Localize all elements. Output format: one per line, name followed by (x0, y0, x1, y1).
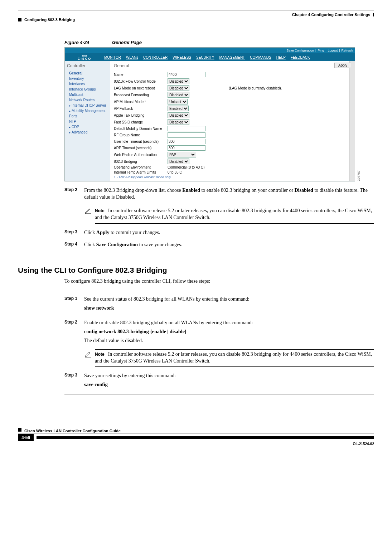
arp-timeout-input[interactable] (168, 145, 205, 151)
panel-title: General (114, 63, 351, 68)
footer-book-title: Cisco Wireless LAN Controller Configurat… (24, 427, 121, 433)
sidebar-item-multicast[interactable]: Multicast (67, 92, 108, 97)
cli-step-2-body: Enable or disable 802.3 bridging globall… (84, 320, 374, 344)
sidebar-item-network-routes[interactable]: Network Routes (67, 97, 108, 103)
label-operating-env: Operating Environment (114, 165, 168, 169)
refresh-link[interactable]: Refresh (341, 49, 353, 52)
footnote: 1. H-REAP supports 'unicast' mode only. (114, 175, 351, 179)
operating-env-value: Commercial (0 to 40 C) (168, 165, 204, 169)
chapter-title: Chapter 4 Configuring Controller Setting… (292, 13, 370, 17)
sidebar-item-cdp[interactable]: CDP (67, 124, 108, 130)
label-name: Name (114, 73, 168, 77)
sidebar-item-mobility-management[interactable]: Mobility Management (67, 108, 108, 113)
cli-intro: To configure 802.3 bridging using the co… (64, 278, 374, 285)
svg-marker-0 (85, 209, 90, 213)
menu-management[interactable]: MANAGEMENT (219, 55, 245, 59)
sidebar: Controller General Inventory Interfaces … (65, 61, 110, 181)
logout-link[interactable]: Logout (328, 49, 338, 52)
label-web-radius: Web Radius Authentication (114, 153, 168, 157)
step-3-label: Step 3 (64, 229, 84, 236)
web-radius-select[interactable]: PAP (168, 152, 196, 157)
cmd-show-network: show network (84, 305, 374, 312)
label-ap-fallback: AP Fallback (114, 107, 168, 111)
cisco-logo: ı|ıı|ıı CISCO (65, 54, 104, 60)
menu-feedback[interactable]: FEEDBACK (291, 55, 310, 59)
label-ap-multicast: AP Multicast Mode ¹ (114, 100, 168, 104)
sidebar-item-internal-dhcp[interactable]: Internal DHCP Server (67, 103, 108, 108)
menu-controller[interactable]: CONTROLLER (143, 55, 168, 59)
step-2-text: From the 802.3 Bridging drop-down list, … (84, 187, 374, 201)
main-panel: Apply General Name 802.3x Flow Control M… (110, 61, 355, 181)
sidebar-item-general[interactable]: General (67, 71, 108, 76)
note-pencil-icon (84, 206, 93, 224)
name-input[interactable] (168, 72, 205, 77)
lag-mode-note: (LAG Mode is currently disabled). (229, 86, 282, 90)
bridging-select[interactable]: Disabled (168, 159, 189, 164)
save-config-link[interactable]: Save Configuration (286, 49, 314, 52)
header-marker-icon (18, 18, 21, 21)
footer-marker-icon (18, 428, 21, 432)
ap-fallback-select[interactable]: Enabled (168, 106, 189, 111)
menu-help[interactable]: HELP (276, 55, 286, 59)
flow-control-select[interactable]: Disabled (168, 78, 189, 84)
appletalk-select[interactable]: Disabled (168, 112, 189, 118)
step-4-text: Click Save Configuration to save your ch… (84, 242, 374, 248)
main-menu-bar: ı|ıı|ıı CISCO MONITOR WLANs CONTROLLER W… (65, 53, 355, 61)
page-number: 4-56 (18, 434, 34, 441)
rf-group-input[interactable] (168, 132, 205, 138)
mobility-domain-input[interactable] (168, 126, 205, 131)
menu-security[interactable]: SECURITY (196, 55, 214, 59)
label-8023-bridging: 802.3 Bridging (114, 160, 168, 164)
figure-id: 207767 (357, 170, 360, 181)
ping-link[interactable]: Ping (318, 49, 324, 52)
figure-label: Figure 4-24 (64, 40, 89, 45)
broadcast-forwarding-select[interactable]: Disabled (168, 92, 189, 98)
menu-wlans[interactable]: WLANs (126, 55, 138, 59)
svg-marker-2 (85, 352, 90, 357)
cli-step-3-label: Step 3 (64, 373, 84, 390)
sidebar-item-interfaces[interactable]: Interfaces (67, 81, 108, 87)
doc-id: OL-21524-02 (18, 442, 374, 446)
cli-step-3-body: Save your settings by entering this comm… (84, 373, 374, 390)
user-idle-input[interactable] (168, 139, 205, 144)
label-broadcast-forwarding: Broadcast Forwarding (114, 93, 168, 97)
cli-step-1-label: Step 1 (64, 296, 84, 314)
ap-multicast-select[interactable]: Unicast (168, 99, 188, 105)
top-utility-bar: Save Configuration | Ping | Logout | Ref… (65, 48, 355, 53)
label-arp-timeout: ARP Timeout (seconds) (114, 146, 168, 150)
label-fast-ssid: Fast SSID change (114, 120, 168, 124)
label-flow-control: 802.3x Flow Control Mode (114, 79, 168, 83)
menu-wireless[interactable]: WIRELESS (173, 55, 191, 59)
section-title: Configuring 802.3 Bridging (24, 18, 75, 22)
label-temp-alarm: Internal Temp Alarm Limits (114, 170, 168, 174)
step-2-label: Step 2 (64, 187, 84, 201)
sidebar-item-interface-groups[interactable]: Interface Groups (67, 87, 108, 92)
menu-commands[interactable]: COMMANDS (250, 55, 271, 59)
cmd-save-config: save config (84, 382, 374, 388)
apply-button[interactable]: Apply (334, 63, 351, 68)
menu-monitor[interactable]: MONITOR (104, 55, 121, 59)
note-2: NoteIn controller software release 5.2 o… (95, 349, 374, 367)
scrollbar[interactable] (349, 61, 355, 181)
lag-mode-select[interactable]: Disabled (168, 85, 189, 91)
label-lag-mode: LAG Mode on next reboot (114, 86, 168, 90)
label-user-idle: User Idle Timeout (seconds) (114, 140, 168, 144)
cli-step-1-body: See the current status of 802.3 bridging… (84, 296, 374, 314)
sidebar-item-ports[interactable]: Ports (67, 113, 108, 119)
sidebar-item-advanced[interactable]: Advanced (67, 130, 108, 135)
label-rf-group: RF Group Name (114, 133, 168, 137)
cli-step-2-label: Step 2 (64, 320, 84, 344)
note-1: NoteIn controller software release 5.2 o… (95, 206, 374, 224)
label-appletalk: Apple Talk Bridging (114, 113, 168, 117)
sidebar-item-ntp[interactable]: NTP (67, 119, 108, 124)
temp-alarm-value: 0 to 65 C (168, 170, 182, 174)
label-mobility-domain: Default Mobility Domain Name (114, 127, 168, 131)
general-page-screenshot: 207767 Save Configuration | Ping | Logou… (64, 47, 355, 181)
figure-title: General Page (112, 40, 142, 45)
cli-section-heading: Using the CLI to Configure 802.3 Bridgin… (18, 266, 374, 274)
fast-ssid-select[interactable]: Disabled (168, 119, 189, 125)
step-3-text: Click Apply to commit your changes. (84, 229, 374, 236)
cmd-config-bridging: config network 802.3-bridging {enable | … (84, 329, 374, 335)
footer-bar (37, 436, 374, 439)
sidebar-item-inventory[interactable]: Inventory (67, 76, 108, 81)
